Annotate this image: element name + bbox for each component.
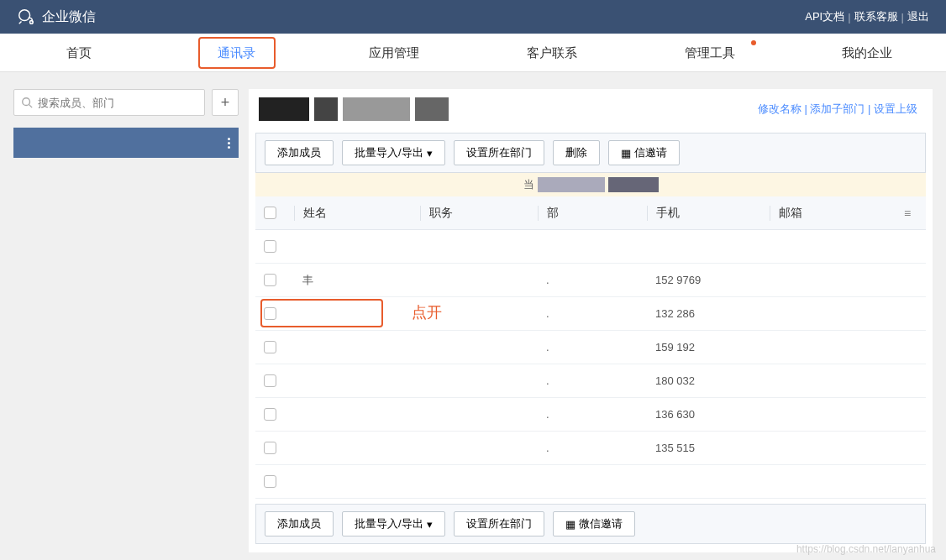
top-links: API文档 | 联系客服 | 退出 — [805, 9, 929, 24]
set-dept-button[interactable]: 设置所在部门 — [454, 140, 544, 165]
wechat-invite-button-bottom[interactable]: ▦ 微信邀请 — [553, 511, 635, 536]
svg-point-2 — [23, 98, 30, 106]
department-label — [22, 136, 25, 149]
set-dept-button-bottom[interactable]: 设置所在部门 — [454, 511, 544, 536]
nav-home[interactable]: 首页 — [0, 34, 158, 72]
row-checkbox[interactable] — [264, 274, 276, 286]
logout-link[interactable]: 退出 — [907, 9, 929, 24]
batch-import-export-button[interactable]: 批量导入/导出 ▾ — [342, 140, 445, 165]
cell-dept: . — [538, 274, 647, 286]
cell-dept: . — [538, 341, 647, 353]
add-member-button[interactable]: 添加成员 — [265, 140, 334, 165]
cell-phone: 135 515 — [647, 442, 770, 454]
qrcode-icon: ▦ — [621, 147, 631, 160]
delete-button[interactable]: 删除 — [553, 140, 600, 165]
set-parent-link[interactable]: 设置上级 — [874, 102, 917, 115]
table-row[interactable] — [255, 230, 926, 264]
row-checkbox[interactable] — [264, 442, 276, 454]
table-row[interactable]: . 180 032 — [255, 364, 926, 398]
select-all-checkbox[interactable] — [264, 207, 276, 219]
annotation-text: 点开 — [412, 302, 442, 322]
col-email: 邮箱 — [770, 206, 897, 221]
table-body: 丰 . 152 9769 . 132 286 点开 . 159 192 . 18… — [255, 230, 926, 499]
col-dept: 部 — [538, 206, 647, 221]
more-vertical-icon[interactable] — [228, 138, 230, 149]
plus-icon: + — [221, 94, 230, 112]
dropdown-icon: ▾ — [427, 518, 433, 531]
row-checkbox[interactable] — [264, 408, 276, 421]
columns-more-icon[interactable]: ≡ — [897, 207, 917, 220]
row-checkbox[interactable] — [264, 374, 276, 387]
header-redacted — [259, 97, 449, 121]
table-row[interactable] — [255, 465, 926, 499]
department-item[interactable] — [13, 128, 239, 158]
info-banner: 当 — [255, 173, 926, 196]
main-header: 修改名称 | 添加子部门 | 设置上级 — [249, 89, 933, 133]
nav-my-company[interactable]: 我的企业 — [788, 34, 946, 72]
wechat-invite-button[interactable]: ▦ 信邀请 — [608, 140, 680, 165]
dropdown-icon: ▾ — [427, 147, 433, 160]
nav-contacts[interactable]: 通讯录 — [158, 34, 316, 72]
wecom-logo-icon — [17, 8, 35, 26]
cell-dept: . — [538, 442, 647, 454]
nav-customer[interactable]: 客户联系 — [473, 34, 631, 72]
table-row[interactable]: . 132 286 点开 — [255, 297, 926, 331]
cell-dept: . — [538, 307, 647, 320]
svg-point-1 — [30, 21, 34, 24]
cell-dept: . — [538, 408, 647, 421]
col-phone: 手机 — [647, 206, 770, 221]
table-row[interactable]: . 135 515 — [255, 432, 926, 465]
nav-tools[interactable]: 管理工具 — [631, 34, 789, 72]
search-icon — [21, 97, 33, 108]
row-checkbox[interactable] — [264, 240, 276, 253]
svg-point-0 — [19, 10, 30, 21]
add-button[interactable]: + — [212, 89, 239, 116]
cell-phone: 132 286 — [647, 307, 770, 320]
toolbar-bottom: 添加成员 批量导入/导出 ▾ 设置所在部门 ▦ 微信邀请 — [255, 504, 926, 544]
nav-apps[interactable]: 应用管理 — [315, 34, 473, 72]
contact-support-link[interactable]: 联系客服 — [854, 9, 898, 24]
cell-dept: . — [538, 374, 647, 387]
cell-phone: 159 192 — [647, 341, 770, 353]
col-name: 姓名 — [294, 206, 420, 221]
main-panel: 修改名称 | 添加子部门 | 设置上级 添加成员 批量导入/导出 ▾ 设置所在部… — [249, 89, 933, 552]
table-row[interactable]: 丰 . 152 9769 — [255, 264, 926, 297]
brand-logo: 企业微信 — [17, 8, 96, 26]
topbar: 企业微信 API文档 | 联系客服 | 退出 — [0, 0, 946, 34]
search-input[interactable] — [38, 97, 197, 109]
rename-link[interactable]: 修改名称 — [758, 102, 801, 115]
sidebar: + — [13, 89, 239, 552]
brand-name: 企业微信 — [42, 8, 96, 26]
notification-dot-icon — [751, 40, 756, 45]
add-member-button-bottom[interactable]: 添加成员 — [265, 511, 334, 536]
toolbar-top: 添加成员 批量导入/导出 ▾ 设置所在部门 删除 ▦ 信邀请 — [255, 133, 926, 173]
col-position: 职务 — [420, 206, 538, 221]
batch-import-export-button-bottom[interactable]: 批量导入/导出 ▾ — [342, 511, 445, 536]
table-row[interactable]: . 159 192 — [255, 331, 926, 364]
cell-phone: 152 9769 — [647, 274, 770, 286]
cell-phone: 180 032 — [647, 374, 770, 387]
qrcode-icon: ▦ — [565, 518, 575, 531]
main-nav: 首页 通讯录 应用管理 客户联系 管理工具 我的企业 — [0, 34, 946, 72]
table-row[interactable]: . 136 630 — [255, 398, 926, 432]
header-actions: 修改名称 | 添加子部门 | 设置上级 — [758, 102, 917, 117]
cell-name: 丰 — [294, 273, 420, 288]
add-sub-dept-link[interactable]: 添加子部门 — [810, 102, 865, 115]
row-checkbox[interactable] — [264, 307, 276, 320]
table-header: 姓名 职务 部 手机 邮箱 ≡ — [255, 196, 926, 230]
row-checkbox[interactable] — [264, 341, 276, 353]
watermark: https://blog.csdn.net/lanyanhua — [796, 543, 936, 555]
cell-phone: 136 630 — [647, 408, 770, 421]
api-docs-link[interactable]: API文档 — [805, 9, 844, 24]
row-checkbox[interactable] — [264, 475, 276, 488]
content: + 修改名称 | 添加子部门 | 设置上级 添加成员 批量导入/导出 ▾ 设置所… — [0, 72, 946, 560]
search-input-wrap[interactable] — [13, 89, 205, 116]
